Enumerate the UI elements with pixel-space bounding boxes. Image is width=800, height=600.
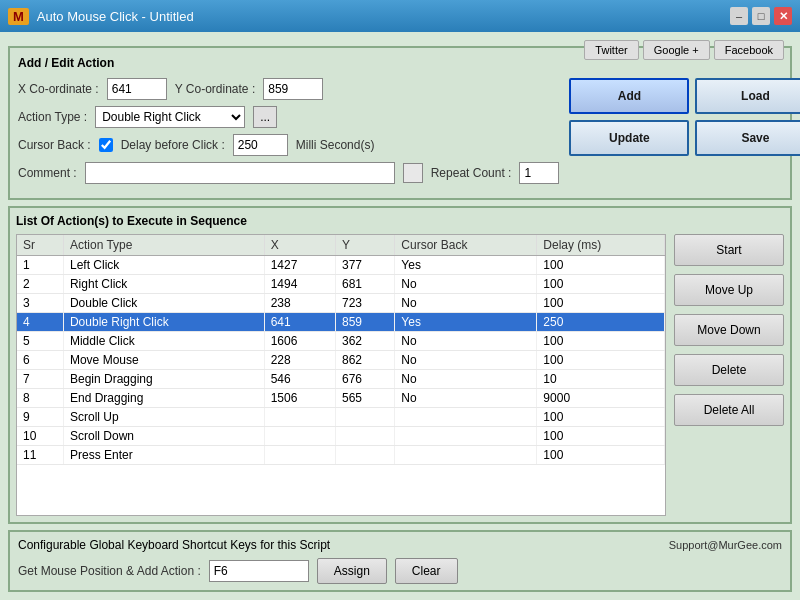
table-cell: 228 <box>264 351 335 370</box>
actions-table: Sr Action Type X Y Cursor Back Delay (ms… <box>17 235 665 465</box>
table-cell: No <box>395 332 537 351</box>
table-container[interactable]: Sr Action Type X Y Cursor Back Delay (ms… <box>16 234 666 516</box>
table-cell: 362 <box>336 332 395 351</box>
table-cell: 676 <box>336 370 395 389</box>
table-cell: Scroll Down <box>63 427 264 446</box>
table-cell: 1 <box>17 256 63 275</box>
action-type-label: Action Type : <box>18 110 87 124</box>
dots-button[interactable]: ... <box>253 106 277 128</box>
x-coord-input[interactable] <box>107 78 167 100</box>
table-cell: Right Click <box>63 275 264 294</box>
delete-button[interactable]: Delete <box>674 354 784 386</box>
col-delay: Delay (ms) <box>537 235 665 256</box>
coords-row: X Co-ordinate : Y Co-ordinate : <box>18 78 559 100</box>
title-bar: M Auto Mouse Click - Untitled – □ ✕ <box>0 0 800 32</box>
table-cell: 1606 <box>264 332 335 351</box>
action-type-row: Action Type : Double Right Click Left Cl… <box>18 106 559 128</box>
table-cell: 9000 <box>537 389 665 408</box>
table-cell: No <box>395 370 537 389</box>
col-sr: Sr <box>17 235 63 256</box>
table-cell: 681 <box>336 275 395 294</box>
table-cell: 4 <box>17 313 63 332</box>
col-x: X <box>264 235 335 256</box>
action-buttons: Add Load Update Save <box>569 78 800 156</box>
table-row[interactable]: 11Press Enter100 <box>17 446 665 465</box>
table-row[interactable]: 10Scroll Down100 <box>17 427 665 446</box>
table-cell <box>336 446 395 465</box>
table-cell: End Dragging <box>63 389 264 408</box>
facebook-button[interactable]: Facebook <box>714 40 784 60</box>
delay-input[interactable] <box>233 134 288 156</box>
hotkey-input[interactable] <box>209 560 309 582</box>
table-row[interactable]: 5Middle Click1606362No100 <box>17 332 665 351</box>
table-cell: 641 <box>264 313 335 332</box>
side-buttons: Start Move Up Move Down Delete Delete Al… <box>674 234 784 516</box>
table-cell: 11 <box>17 446 63 465</box>
table-cell: Left Click <box>63 256 264 275</box>
table-header-row: Sr Action Type X Y Cursor Back Delay (ms… <box>17 235 665 256</box>
bottom-section: Configurable Global Keyboard Shortcut Ke… <box>8 530 792 592</box>
minimize-button[interactable]: – <box>730 7 748 25</box>
move-down-button[interactable]: Move Down <box>674 314 784 346</box>
assign-button[interactable]: Assign <box>317 558 387 584</box>
table-cell: 100 <box>537 256 665 275</box>
table-cell: 3 <box>17 294 63 313</box>
table-row[interactable]: 4Double Right Click641859Yes250 <box>17 313 665 332</box>
bottom-info-row: Configurable Global Keyboard Shortcut Ke… <box>18 538 782 552</box>
table-row[interactable]: 9Scroll Up100 <box>17 408 665 427</box>
table-cell: Begin Dragging <box>63 370 264 389</box>
update-button[interactable]: Update <box>569 120 689 156</box>
table-row[interactable]: 3Double Click238723No100 <box>17 294 665 313</box>
cursor-back-checkbox[interactable] <box>99 138 113 152</box>
x-coord-label: X Co-ordinate : <box>18 82 99 96</box>
table-row[interactable]: 6Move Mouse228862No100 <box>17 351 665 370</box>
twitter-button[interactable]: Twitter <box>584 40 638 60</box>
table-cell: 1427 <box>264 256 335 275</box>
add-button[interactable]: Add <box>569 78 689 114</box>
table-cell: No <box>395 275 537 294</box>
start-button[interactable]: Start <box>674 234 784 266</box>
cursor-back-label: Cursor Back : <box>18 138 91 152</box>
table-cell: 1506 <box>264 389 335 408</box>
clear-button[interactable]: Clear <box>395 558 458 584</box>
table-cell: 6 <box>17 351 63 370</box>
table-cell <box>264 427 335 446</box>
list-area: Sr Action Type X Y Cursor Back Delay (ms… <box>16 234 784 516</box>
y-coord-input[interactable] <box>263 78 323 100</box>
table-cell <box>395 427 537 446</box>
list-section: List Of Action(s) to Execute in Sequence… <box>8 206 792 524</box>
comment-input[interactable] <box>85 162 395 184</box>
action-type-select[interactable]: Double Right Click Left Click Right Clic… <box>95 106 245 128</box>
move-up-button[interactable]: Move Up <box>674 274 784 306</box>
hotkey-label: Get Mouse Position & Add Action : <box>18 564 201 578</box>
table-cell: 238 <box>264 294 335 313</box>
comment-checkbox <box>403 163 423 183</box>
delete-all-button[interactable]: Delete All <box>674 394 784 426</box>
table-cell: No <box>395 389 537 408</box>
table-cell: Press Enter <box>63 446 264 465</box>
comment-row: Comment : Repeat Count : <box>18 162 559 184</box>
repeat-count-input[interactable] <box>519 162 559 184</box>
table-cell: 100 <box>537 351 665 370</box>
table-row[interactable]: 8End Dragging1506565No9000 <box>17 389 665 408</box>
google-plus-button[interactable]: Google + <box>643 40 710 60</box>
main-content: Twitter Google + Facebook Add / Edit Act… <box>0 32 800 600</box>
table-cell: 100 <box>537 427 665 446</box>
table-row[interactable]: 7Begin Dragging546676No10 <box>17 370 665 389</box>
table-cell: 10 <box>17 427 63 446</box>
table-cell: Double Right Click <box>63 313 264 332</box>
table-row[interactable]: 1Left Click1427377Yes100 <box>17 256 665 275</box>
title-bar-left: M Auto Mouse Click - Untitled <box>8 8 194 25</box>
cursor-delay-row: Cursor Back : Delay before Click : Milli… <box>18 134 559 156</box>
table-cell: Yes <box>395 313 537 332</box>
load-button[interactable]: Load <box>695 78 800 114</box>
table-row[interactable]: 2Right Click1494681No100 <box>17 275 665 294</box>
table-cell: 250 <box>537 313 665 332</box>
maximize-button[interactable]: □ <box>752 7 770 25</box>
table-cell: 100 <box>537 332 665 351</box>
save-button[interactable]: Save <box>695 120 800 156</box>
y-coord-label: Y Co-ordinate : <box>175 82 256 96</box>
info-text: Configurable Global Keyboard Shortcut Ke… <box>18 538 330 552</box>
table-cell <box>336 408 395 427</box>
close-button[interactable]: ✕ <box>774 7 792 25</box>
